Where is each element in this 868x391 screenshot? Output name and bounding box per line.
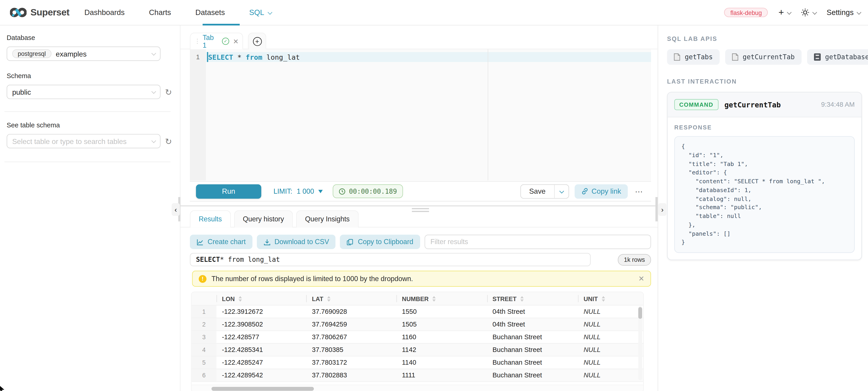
sql-statement: SELECT * from long_lat xyxy=(208,53,300,62)
last-interaction-heading: LAST INTERACTION xyxy=(667,78,861,85)
cell-street: 04th Street xyxy=(487,318,578,331)
refresh-tables-icon[interactable]: ↻ xyxy=(165,137,172,145)
timer-value: 00:00:00.189 xyxy=(349,187,397,195)
editor-results-divider[interactable] xyxy=(181,205,658,206)
limit-label: LIMIT: xyxy=(273,187,292,195)
response-json-block: { "id": "1", "title": "Tab 1", "editor":… xyxy=(674,136,855,253)
close-warning-icon[interactable]: ✕ xyxy=(639,274,645,283)
nav-item-datasets[interactable]: Datasets xyxy=(195,8,225,17)
sun-icon xyxy=(801,8,810,17)
nav-item-charts[interactable]: Charts xyxy=(149,8,171,17)
table-schema-label: See table schema xyxy=(7,121,180,129)
sort-icon[interactable] xyxy=(601,296,605,301)
api-gettabs-button[interactable]: getTabs xyxy=(667,49,719,65)
column-header-unit[interactable]: UNIT xyxy=(578,292,643,305)
superset-logo[interactable]: Superset xyxy=(10,7,69,18)
print-margin-line xyxy=(488,49,488,181)
chevron-down-icon xyxy=(857,10,861,14)
right-panel-resize-handle[interactable] xyxy=(655,197,658,221)
last-interaction-card: COMMAND getCurrentTab 9:34:48 AM RESPONS… xyxy=(667,92,862,260)
collapse-left-panel-button[interactable]: ‹ xyxy=(172,203,180,216)
api-getcurrenttab-button[interactable]: getCurrentTab xyxy=(725,49,801,65)
save-options-button[interactable] xyxy=(554,185,568,198)
sql-editor[interactable]: 1 SELECT * from long_lat xyxy=(190,49,651,181)
horizontal-scrollbar[interactable] xyxy=(191,385,643,391)
results-actions-row: Create chart Download to CSV Copy to Cli… xyxy=(190,235,651,249)
column-header-street[interactable]: STREET xyxy=(487,292,578,305)
sort-icon[interactable] xyxy=(433,296,436,301)
query-tab-1[interactable]: ⋮ Tab 1 ✓ ✕ xyxy=(190,33,243,49)
schema-select-value: public xyxy=(12,88,31,96)
sort-icon[interactable] xyxy=(327,296,331,301)
database-select[interactable]: postgresql examples xyxy=(7,46,161,61)
table-select[interactable]: Select table or type to search tables xyxy=(7,134,161,148)
save-button[interactable]: Save xyxy=(521,185,554,198)
copy-to-clipboard-button[interactable]: Copy to Clipboard xyxy=(340,235,420,249)
brand-name: Superset xyxy=(30,7,69,18)
command-type-badge: COMMAND xyxy=(674,99,718,110)
column-header-lat[interactable]: LAT xyxy=(306,292,396,305)
tab-query-history[interactable]: Query history xyxy=(234,210,293,228)
run-query-button[interactable]: Run xyxy=(196,184,261,198)
editor-gutter: 1 xyxy=(190,49,206,181)
sql-text: * xyxy=(233,53,246,62)
theme-menu[interactable] xyxy=(801,8,816,17)
cell-lat: 37.7802883 xyxy=(306,369,396,382)
column-label: UNIT xyxy=(584,295,598,302)
cell-street: Buchanan Street xyxy=(487,357,578,369)
download-csv-button[interactable]: Download to CSV xyxy=(257,235,336,249)
nav-links: Dashboards Charts Datasets SQL xyxy=(84,8,271,17)
chevron-down-icon xyxy=(152,89,156,94)
refresh-schemas-icon[interactable]: ↻ xyxy=(165,88,172,96)
collapse-right-panel-button[interactable]: › xyxy=(658,203,666,216)
column-header-number[interactable]: NUMBER xyxy=(396,292,487,305)
column-header-lon[interactable]: LON xyxy=(216,292,306,305)
close-tab-icon[interactable]: ✕ xyxy=(233,37,239,45)
save-split-button[interactable]: Save xyxy=(520,184,569,198)
environment-badge: flask-debug xyxy=(724,8,768,17)
copy-link-button[interactable]: Copy link xyxy=(575,184,628,198)
sort-icon[interactable] xyxy=(520,296,524,301)
new-item-menu[interactable]: + xyxy=(778,8,790,17)
tab-query-insights[interactable]: Query Insights xyxy=(296,210,359,228)
row-number: 1 xyxy=(191,305,216,318)
chevron-down-icon xyxy=(268,10,273,14)
nav-item-dashboards[interactable]: Dashboards xyxy=(84,8,124,17)
row-number: 5 xyxy=(191,357,216,369)
sql-keyword: SELECT xyxy=(208,53,233,62)
more-actions-button[interactable]: ⋯ xyxy=(633,187,645,196)
plus-icon: + xyxy=(778,8,784,17)
table-row[interactable]: 2 -122.3908502 37.7694259 1505 04th Stre… xyxy=(191,318,643,330)
add-tab-button[interactable]: + xyxy=(248,33,266,49)
cell-unit: NULL xyxy=(578,369,643,382)
filter-results-input[interactable] xyxy=(424,235,651,249)
schema-select[interactable]: public xyxy=(7,85,161,99)
settings-menu[interactable]: Settings xyxy=(827,8,860,17)
editor-code-area[interactable]: SELECT * from long_lat xyxy=(206,49,651,181)
limit-dropdown[interactable]: LIMIT: 1 000 xyxy=(273,187,323,195)
tab-results[interactable]: Results xyxy=(190,210,231,228)
cell-lat: 37.7806267 xyxy=(306,331,396,343)
vertical-scrollbar-thumb[interactable] xyxy=(638,307,642,319)
divider-grip-icon[interactable] xyxy=(412,208,429,214)
command-name: getCurrentTab xyxy=(724,100,781,109)
table-row[interactable]: 3 -122.428577 37.7806267 1160 Buchanan S… xyxy=(191,330,643,343)
sort-icon[interactable] xyxy=(239,296,242,301)
table-row[interactable]: 1 -122.3912672 37.7690928 1550 04th Stre… xyxy=(191,305,643,318)
api-button-label: getCurrentTab xyxy=(743,53,795,61)
sql-lab-page: Superset Dashboards Charts Datasets SQL … xyxy=(0,0,868,391)
table-row[interactable]: 4 -122.4285341 37.780385 1142 Buchanan S… xyxy=(191,343,643,356)
table-row[interactable]: 6 -122.4289542 37.7802883 1111 Buchanan … xyxy=(191,368,643,381)
column-label: LON xyxy=(222,295,235,302)
response-label: RESPONSE xyxy=(674,124,855,131)
create-chart-button[interactable]: Create chart xyxy=(190,235,252,249)
chevron-down-icon xyxy=(559,189,564,193)
drag-handle-icon[interactable]: ⋮ xyxy=(194,38,200,45)
api-getdatabases-button[interactable]: getDatabases xyxy=(807,49,868,65)
executed-query-preview[interactable]: SELECT * from long_lat xyxy=(190,253,591,266)
cell-street: Buchanan Street xyxy=(487,331,578,343)
cell-lon: -122.3912672 xyxy=(216,305,306,318)
horizontal-scrollbar-thumb[interactable] xyxy=(211,387,314,391)
nav-item-sql[interactable]: SQL xyxy=(249,8,271,17)
table-row[interactable]: 5 -122.4285247 37.7803172 1140 Buchanan … xyxy=(191,356,643,368)
